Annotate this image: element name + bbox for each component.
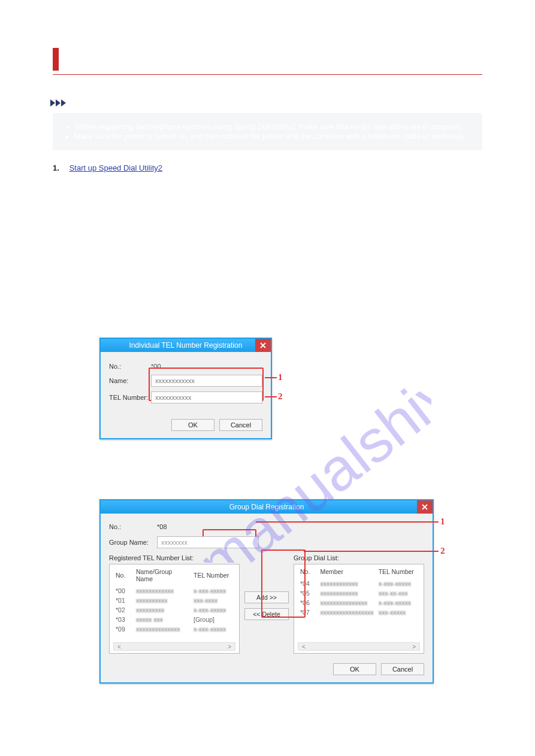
- step5-bullet-b: If Register group dial is selected:: [78, 481, 482, 490]
- note-section: Note Before registering fax/telephone nu…: [53, 99, 482, 150]
- table-row[interactable]: *06xxxxxxxxxxxxxxxx-xxx-xxxxx: [298, 598, 420, 608]
- no-label: No.:: [109, 363, 151, 370]
- note-item: Make sure the printer is turned on, and …: [74, 132, 475, 141]
- dialog-group-wrap: Group Dial Registration No.: *08 Group N…: [99, 499, 482, 684]
- col-no: No.: [298, 567, 318, 579]
- col-no: No.: [113, 567, 134, 586]
- cancel-button[interactable]: Cancel: [381, 663, 424, 675]
- group-name-label: Group Name:: [109, 539, 157, 546]
- scrollbar[interactable]: <>: [113, 642, 235, 651]
- col-name: Name/Group Name: [134, 567, 191, 586]
- dialog-individual-wrap: Individual TEL Number Registration No.: …: [99, 338, 482, 439]
- step5-bullet-a: If Register individual TEL number is sel…: [69, 320, 482, 328]
- callout-2: 2: [440, 546, 445, 556]
- step-subtext: The menu is displayed with the printer n…: [69, 203, 482, 211]
- no-value: *00: [151, 363, 161, 370]
- table-row[interactable]: *01xxxxxxxxxxxxx-xxxx: [113, 596, 235, 605]
- cancel-button[interactable]: Cancel: [219, 419, 262, 431]
- delete-button[interactable]: << Delete: [244, 608, 289, 620]
- note-box: Before registering fax/telephone numbers…: [53, 113, 482, 150]
- step-5: 5. Click Register individual TEL number …: [53, 302, 482, 328]
- group-dial-dialog: Group Dial Registration No.: *08 Group N…: [99, 499, 434, 684]
- col-tel: TEL Number: [191, 567, 235, 586]
- step-text: Select a printer from Printer Name: list…: [69, 186, 353, 195]
- enter-tel-text: 2. Enter fax/telephone number.: [78, 462, 482, 470]
- step-text: Click Register individual TEL number or …: [69, 302, 352, 311]
- table-row[interactable]: *00xxxxxxxxxxxxx-xxx-xxxxx: [113, 586, 235, 596]
- title-accent-bar: [53, 48, 59, 71]
- transfer-buttons: Add >> << Delete: [244, 554, 289, 654]
- table-row[interactable]: *02xxxxxxxxxx-xxx-xxxxx: [113, 605, 235, 615]
- name-label: Name:: [109, 377, 151, 384]
- close-button[interactable]: [255, 339, 271, 352]
- group-list-label: Group Dial List:: [294, 554, 424, 561]
- note-arrows-icon: [50, 99, 73, 107]
- step-number: 2.: [53, 186, 67, 195]
- step-subtext: The list of registered fax/telephone num…: [69, 242, 482, 250]
- dialog-title-text: Group Dial Registration: [229, 503, 304, 511]
- step-1: 1. Start up Speed Dial Utility2: [53, 163, 482, 172]
- step-subtext: The Individual or Group Selection dialog…: [69, 281, 482, 289]
- step-3: 3. Click TEL Number Registration from Se…: [53, 224, 482, 250]
- step-number: 4.: [53, 263, 67, 272]
- registered-list-col: Registered TEL Number List: No. Name/Gro…: [109, 554, 240, 654]
- ok-button[interactable]: OK: [171, 419, 214, 431]
- group-list-col: Group Dial List: No. Member TEL Number *…: [294, 554, 424, 654]
- registered-list-label: Registered TEL Number List:: [109, 554, 240, 561]
- callout-1: 1: [440, 517, 445, 527]
- startup-link[interactable]: Start up Speed Dial Utility2: [69, 163, 162, 172]
- step-number: 5.: [53, 302, 67, 311]
- ok-button[interactable]: OK: [333, 663, 376, 675]
- group-name-input[interactable]: [157, 536, 259, 548]
- name-input[interactable]: [151, 375, 262, 387]
- note-item: Before registering fax/telephone numbers…: [74, 123, 475, 131]
- col-tel: TEL Number: [376, 567, 420, 579]
- dialog-titlebar: Individual TEL Number Registration: [101, 339, 271, 352]
- enter-name-text: 1. Enter name.: [78, 448, 482, 456]
- table-row[interactable]: *04xxxxxxxxxxxxx-xxx-xxxxx: [298, 579, 420, 588]
- step-4: 4. Select an unoccupied code from list, …: [53, 263, 482, 289]
- add-button[interactable]: Add >>: [244, 591, 289, 603]
- registered-list[interactable]: No. Name/Group Name TEL Number *00xxxxxx…: [109, 564, 240, 654]
- individual-tel-dialog: Individual TEL Number Registration No.: …: [99, 338, 272, 439]
- callout-2: 2: [278, 391, 283, 402]
- scrollbar[interactable]: <>: [298, 642, 420, 651]
- svg-marker-2: [56, 99, 61, 107]
- table-row[interactable]: *05xxxxxxxxxxxxxxx-xx-xxx: [298, 588, 420, 598]
- step-text: Click TEL Number Registration from Setti…: [69, 224, 256, 233]
- step-number: 3.: [53, 224, 67, 233]
- tel-label: TEL Number:: [109, 394, 151, 401]
- table-row[interactable]: *09xxxxxxxxxxxxxxx-xxx-xxxxx: [113, 624, 235, 634]
- tel-input[interactable]: [151, 391, 262, 403]
- page-number: 427: [53, 716, 482, 725]
- note-label: Note: [78, 99, 95, 108]
- table-row[interactable]: *07xxxxxxxxxxxxxxxxxxxx-xxxxx: [298, 608, 420, 617]
- page-title: Registering a Fax/telephone Number Using…: [66, 48, 409, 71]
- group-dial-list[interactable]: No. Member TEL Number *04xxxxxxxxxxxxx-x…: [294, 564, 424, 654]
- no-value: *08: [157, 523, 167, 530]
- table-row[interactable]: *03xxxxx xxx[Group]: [113, 615, 235, 624]
- page-title-block: Registering a Fax/telephone Number Using…: [53, 48, 482, 75]
- close-button[interactable]: [417, 500, 433, 514]
- no-label: No.:: [109, 523, 157, 530]
- after-dlg1: 1. Enter name. 2. Enter fax/telephone nu…: [78, 448, 482, 490]
- step-number: 1.: [53, 163, 67, 172]
- svg-marker-3: [61, 99, 66, 107]
- step-text: Select an unoccupied code from list, and…: [69, 263, 268, 272]
- svg-marker-1: [50, 99, 55, 107]
- callout-1: 1: [278, 372, 283, 382]
- col-member: Member: [318, 567, 376, 579]
- dialog-titlebar: Group Dial Registration: [101, 500, 433, 514]
- step-2: 2. Select a printer from Printer Name: l…: [53, 186, 482, 211]
- dialog-title-text: Individual TEL Number Registration: [129, 341, 243, 350]
